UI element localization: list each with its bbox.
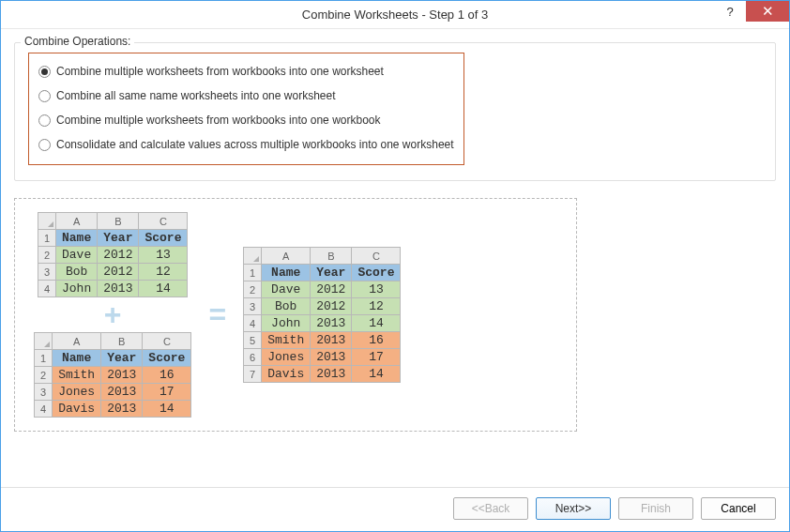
option-label: Combine multiple worksheets from workboo…	[56, 65, 384, 78]
window-title: Combine Worksheets - Step 1 of 3	[302, 8, 488, 22]
combine-operations-fieldset: Combine Operations: Combine multiple wor…	[14, 42, 776, 181]
equals-icon: =	[208, 297, 226, 332]
options-highlight: Combine multiple worksheets from workboo…	[28, 53, 464, 165]
radio-icon	[38, 66, 51, 78]
option-label: Consolidate and calculate values across …	[56, 138, 454, 151]
back-button[interactable]: <<Back	[453, 497, 528, 520]
fieldset-legend: Combine Operations:	[21, 35, 134, 48]
help-button[interactable]: ?	[714, 1, 746, 22]
option-combine-into-worksheet[interactable]: Combine multiple worksheets from workboo…	[38, 59, 454, 84]
option-label: Combine all same name worksheets into on…	[56, 89, 335, 102]
radio-icon	[38, 90, 51, 102]
titlebar: Combine Worksheets - Step 1 of 3 ? ✕	[1, 1, 789, 29]
option-same-name-worksheets[interactable]: Combine all same name worksheets into on…	[38, 84, 454, 108]
cancel-button[interactable]: Cancel	[701, 497, 776, 520]
preview-table-result: ABC 1NameYearScore 2Dave201213 3Bob20121…	[243, 247, 401, 383]
option-consolidate-calculate[interactable]: Consolidate and calculate values across …	[38, 132, 454, 157]
finish-button[interactable]: Finish	[618, 497, 693, 520]
preview-table-1: ABC 1NameYearScore 2Dave201213 3Bob20121…	[38, 212, 189, 297]
dialog-content: Combine Operations: Combine multiple wor…	[1, 29, 789, 487]
radio-icon	[38, 114, 51, 127]
preview-table-2: ABC 1NameYearScore 2Smith201316 3Jones20…	[34, 332, 191, 418]
preview-illustration: ABC 1NameYearScore 2Dave201213 3Bob20121…	[14, 198, 577, 432]
option-label: Combine multiple worksheets from workboo…	[56, 114, 381, 127]
option-combine-into-workbook[interactable]: Combine multiple worksheets from workboo…	[38, 108, 454, 132]
plus-icon: +	[104, 297, 122, 332]
next-button[interactable]: Next>>	[536, 497, 611, 520]
close-button[interactable]: ✕	[746, 1, 789, 22]
radio-icon	[38, 139, 51, 151]
dialog-footer: <<Back Next>> Finish Cancel	[1, 487, 789, 531]
dialog-window: Combine Worksheets - Step 1 of 3 ? ✕ Com…	[0, 0, 790, 532]
